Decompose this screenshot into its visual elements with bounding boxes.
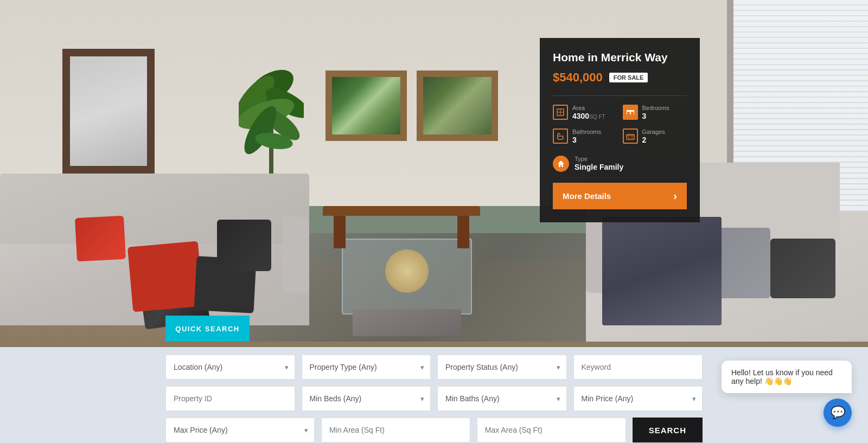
price-row: $540,000 FOR SALE — [553, 70, 687, 85]
chat-icon: 💬 — [831, 406, 845, 420]
property-type-wrapper: Property Type (Any) House Apartment Cond… — [302, 355, 431, 380]
chat-bubble: Hello! Let us know if you need any help!… — [722, 361, 852, 393]
frame-1 — [326, 70, 407, 141]
wall-frames — [326, 70, 498, 141]
stat-bedrooms: Bedrooms 3 — [623, 105, 687, 121]
type-label: Type — [575, 156, 623, 162]
frame-image-2 — [423, 77, 492, 134]
pillow-back-red — [75, 216, 126, 262]
chat-widget: Hello! Let us know if you need any help!… — [722, 361, 852, 427]
search-button-label: SEARCH — [649, 426, 686, 435]
plant — [239, 43, 304, 195]
sofa-left-arm — [282, 217, 309, 293]
plant-svg — [239, 43, 304, 195]
pillow-gray-dark — [770, 239, 835, 298]
type-value: Single Family — [575, 163, 623, 171]
property-card: Home in Merrick Way $540,000 FOR SALE Ar… — [540, 38, 700, 222]
quick-search-label: QUICK SEARCH — [175, 325, 239, 333]
bedrooms-icon — [623, 105, 638, 120]
svg-rect-12 — [627, 112, 630, 114]
card-divider — [553, 95, 687, 96]
property-status-select[interactable]: Property Status (Any) For Sale For Rent … — [437, 355, 567, 380]
max-price-select[interactable]: Max Price (Any) $400,000 $600,000 $800,0… — [165, 418, 315, 442]
more-details-arrow: › — [673, 190, 677, 202]
svg-rect-14 — [627, 134, 634, 139]
area-label: Area — [572, 105, 605, 111]
for-sale-badge: FOR SALE — [609, 73, 648, 82]
area-text: Area 4300SQ FT — [572, 105, 605, 121]
pillow-red — [127, 241, 203, 312]
more-details-label: More Details — [563, 191, 611, 201]
property-status-wrapper: Property Status (Any) For Sale For Rent … — [437, 355, 567, 380]
type-icon — [553, 156, 569, 172]
frame-2 — [417, 70, 498, 141]
min-price-wrapper: Min Price (Any) $100,000 $200,000 $300,0… — [573, 386, 703, 411]
location-wrapper: Location (Any) New York Los Angeles Chic… — [165, 355, 295, 380]
quick-search-button[interactable]: QUICK SEARCH — [165, 316, 250, 342]
bedrooms-text: Bedrooms 3 — [642, 105, 669, 121]
bathrooms-icon — [553, 129, 568, 144]
property-title: Home in Merrick Way — [553, 51, 687, 64]
property-stats: Area 4300SQ FT Bedrooms 3 — [553, 105, 687, 145]
pillow-back-dark — [217, 220, 271, 271]
stat-area: Area 4300SQ FT — [553, 105, 617, 121]
search-row-3: Max Price (Any) $400,000 $600,000 $800,0… — [165, 418, 703, 442]
chat-bubble-text: Hello! Let us know if you need any help!… — [731, 368, 833, 386]
keyword-wrapper — [573, 355, 703, 380]
svg-rect-13 — [631, 112, 634, 114]
max-area-input[interactable] — [477, 418, 626, 442]
property-type-select[interactable]: Property Type (Any) House Apartment Cond… — [302, 355, 431, 380]
location-select[interactable]: Location (Any) New York Los Angeles Chic… — [165, 355, 295, 380]
min-area-wrapper — [321, 418, 470, 442]
bathrooms-text: Bathrooms 3 — [572, 129, 601, 145]
wooden-bench — [323, 206, 480, 255]
property-price: $540,000 — [553, 70, 603, 85]
min-beds-wrapper: Min Beds (Any) 1 2 3 4 5 — [302, 386, 431, 411]
room-background — [0, 0, 868, 347]
min-baths-wrapper: Min Baths (Any) 1 2 3 4 — [437, 386, 567, 411]
chat-icon-button[interactable]: 💬 — [824, 399, 852, 427]
hero-section: Home in Merrick Way $540,000 FOR SALE Ar… — [0, 0, 868, 347]
property-id-input[interactable] — [165, 386, 295, 411]
min-price-select[interactable]: Min Price (Any) $100,000 $200,000 $300,0… — [573, 386, 703, 411]
search-row-1: Location (Any) New York Los Angeles Chic… — [165, 355, 703, 380]
garages-label: Garages — [642, 129, 665, 135]
area-value: 4300SQ FT — [572, 112, 605, 120]
garages-text: Garages 2 — [642, 129, 665, 145]
sofa-blanket — [602, 217, 722, 325]
bedrooms-label: Bedrooms — [642, 105, 669, 111]
min-beds-select[interactable]: Min Beds (Any) 1 2 3 4 5 — [302, 386, 431, 411]
sofa-left — [0, 174, 309, 325]
property-id-wrapper — [165, 386, 295, 411]
frame-image-1 — [332, 77, 400, 134]
type-row: Type Single Family — [553, 156, 687, 172]
garages-icon — [623, 129, 638, 144]
bedrooms-value: 3 — [642, 112, 647, 120]
bathrooms-value: 3 — [572, 136, 577, 144]
bench-legs — [323, 216, 480, 248]
coffee-table-decor — [385, 249, 429, 293]
bench-top — [323, 206, 480, 216]
area-icon — [553, 105, 568, 120]
coffee-table-legs — [353, 309, 461, 336]
search-row-2: Min Beds (Any) 1 2 3 4 5 Min Baths (Any)… — [165, 386, 703, 411]
stat-garages: Garages 2 — [623, 129, 687, 145]
min-area-input[interactable] — [321, 418, 470, 442]
min-baths-select[interactable]: Min Baths (Any) 1 2 3 4 — [437, 386, 567, 411]
max-area-wrapper — [477, 418, 626, 442]
type-text: Type Single Family — [575, 156, 623, 172]
bench-leg-left — [334, 216, 346, 248]
keyword-input[interactable] — [573, 355, 703, 380]
garages-value: 2 — [642, 136, 647, 144]
search-button[interactable]: SEARCH — [633, 418, 703, 442]
more-details-button[interactable]: More Details › — [553, 183, 687, 209]
max-price-wrapper: Max Price (Any) $400,000 $600,000 $800,0… — [165, 418, 315, 442]
stat-bathrooms: Bathrooms 3 — [553, 129, 617, 145]
bathrooms-label: Bathrooms — [572, 129, 601, 135]
bench-leg-right — [457, 216, 469, 248]
mirror — [62, 49, 155, 174]
